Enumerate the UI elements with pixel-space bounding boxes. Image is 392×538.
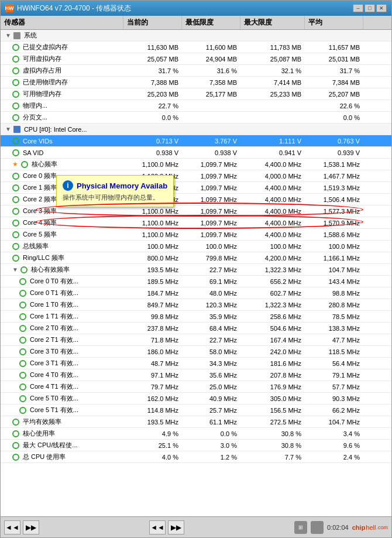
avg-val: 104.7 MHz [305,266,363,274]
table-row[interactable]: 已使用物理内存7,388 MB7,358 MB7,414 MB7,384 MB [1,77,391,88]
row-label: Core 3 T1 有效... [1,358,123,368]
row-label: 可用物理内存 [1,89,123,99]
nav-back-button[interactable]: ◄◄ [4,520,20,534]
current-val: 114.8 MHz [123,406,182,414]
main-window: HW HWiNFO64 v7.20-4700 - 传感器状态 – □ ✕ 传感器… [0,0,392,538]
minimize-button[interactable]: – [353,4,363,12]
avg-val: 280.8 MHz [305,301,363,309]
max-val: 4,400.0 MHz [240,184,305,192]
sensor-status-icon [19,407,26,414]
table-row[interactable]: Core 5 T1 有效...114.8 MHz25.7 MHz156.5 MH… [1,405,391,416]
expand-icon[interactable]: ▼ [12,266,18,273]
table-body[interactable]: ▼系统已提交虚拟内存11,630 MB11,600 MB11,783 MB11,… [1,30,391,516]
current-val: 0.713 V [123,137,182,145]
sensor-status-icon [19,383,26,390]
table-row[interactable]: SA VID0.938 V0.938 V0.941 V0.939 V [1,147,391,159]
table-row[interactable]: Core 0 T0 有效...189.5 MHz69.1 MHz656.2 MH… [1,276,391,287]
window-controls[interactable]: – □ ✕ [353,4,387,12]
sensor-status-icon [12,173,19,180]
row-label: 虚拟内存占用 [1,66,123,76]
sensor-status-icon [12,419,19,426]
table-row[interactable]: 总线频率100.0 MHz100.0 MHz100.0 MHz100.0 MHz [1,241,391,252]
table-row[interactable]: Core 2 T0 有效...237.8 MHz68.4 MHz504.6 MH… [1,323,391,334]
min-val: 34.3 MHz [182,359,240,368]
table-row[interactable]: 核心使用率4.9 %0.0 %30.8 %3.4 % [1,428,391,440]
min-val: 3.767 V [182,137,240,145]
table-row[interactable]: 可用虚拟内存25,057 MB24,904 MB25,087 MB25,031 … [1,53,391,65]
max-val [240,35,305,36]
max-val: 4,200.0 MHz [240,254,305,262]
system-tray-icon: ⊞ [294,521,307,534]
avg-val: 25,207 MB [305,90,363,98]
current-val: 100.0 MHz [123,242,182,251]
current-val: 25.1 % [123,441,182,450]
min-val [182,35,240,36]
avg-val: 2.4 % [305,453,363,461]
nav-next-button[interactable]: ▶▶ [168,520,184,534]
table-row[interactable]: 物理内...22.7 %22.6 % [1,100,391,112]
table-row[interactable]: 虚拟内存占用31.7 %31.6 %32.1 %31.7 % [1,65,391,77]
table-row[interactable]: 可用物理内存25,203 MB25,177 MB25,233 MB25,207 … [1,88,391,100]
min-val: 35.9 MHz [182,313,240,321]
table-row[interactable]: ▼核心有效频率193.5 MHz22.7 MHz1,322.3 MHz104.7… [1,264,391,276]
close-button[interactable]: ✕ [376,4,387,12]
min-val: 1,099.7 MHz [182,207,240,215]
table-row[interactable]: ▼CPU [#0]: Intel Core... [1,124,391,135]
table-row[interactable]: 最大 CPU/线程使...25.1 %3.0 %30.8 %9.6 % [1,440,391,451]
max-val: 305.0 MHz [240,395,305,403]
table-row[interactable]: 总 CPU 使用率4.0 %1.2 %7.7 %2.4 % [1,451,391,463]
table-row[interactable]: Core 5 T0 有效...162.0 MHz40.9 MHz305.0 MH… [1,393,391,405]
table-row[interactable]: Core VIDs0.713 V3.767 V1.111 V0.763 V [1,135,391,147]
info-icon: i [63,180,73,191]
row-label: SA VID [1,149,123,157]
table-row[interactable]: 平均有效频率193.5 MHz61.1 MHz272.5 MHz104.7 MH… [1,416,391,428]
table-row[interactable]: ★核心频率1,100.0 MHz1,099.7 MHz4,400.0 MHz1,… [1,159,391,170]
table-row[interactable]: 已提交虚拟内存11,630 MB11,600 MB11,783 MB11,657… [1,42,391,53]
table-row[interactable]: Core 2 T1 有效...71.8 MHz22.7 MHz167.4 MHz… [1,334,391,346]
current-val [123,35,182,36]
table-row[interactable]: Core 4 T0 有效...97.1 MHz35.6 MHz207.8 MHz… [1,369,391,381]
current-val: 71.8 MHz [123,336,182,344]
min-val: 1,099.7 MHz [182,196,240,204]
sensor-status-icon [12,430,19,437]
table-row[interactable]: Ring/LLC 频率800.0 MHz799.8 MHz4,200.0 MHz… [1,252,391,264]
avg-val [305,129,363,130]
expand-icon[interactable]: ▼ [5,32,11,39]
avg-val: 47.7 MHz [305,336,363,344]
current-val: 1,100.0 MHz [123,231,182,239]
max-val: 4,000.0 MHz [240,172,305,180]
avg-val: 0.939 V [305,149,363,157]
col-avg: 平均 [305,16,363,29]
max-val: 25,233 MB [240,90,305,98]
nav-left[interactable]: ◄◄ ▶▶ [4,520,39,534]
table-row[interactable]: Core 4 频率1,100.0 MHz1,099.7 MHz4,400.0 M… [1,217,391,229]
sensor-status-icon [12,79,19,86]
table-row[interactable]: Core 4 T1 有效...79.7 MHz25.0 MHz176.9 MHz… [1,381,391,393]
maximize-button[interactable]: □ [365,4,375,12]
table-row[interactable]: 分页文...0.0 %0.0 % [1,112,391,124]
table-row[interactable]: Core 1 T1 有效...99.8 MHz35.9 MHz258.6 MHz… [1,311,391,323]
row-label: 分页文... [1,112,123,122]
nav-prev-button[interactable]: ◄◄ [149,520,166,534]
max-val: 207.8 MHz [240,371,305,379]
table-row[interactable]: Core 5 频率1,100.0 MHz1,099.7 MHz4,400.0 M… [1,229,391,241]
table-row[interactable]: Core 0 T1 有效...184.7 MHz48.0 MHz602.7 MH… [1,287,391,299]
table-row[interactable]: ▼系统 [1,30,391,42]
table-row[interactable]: Core 3 T0 有效...186.0 MHz58.0 MHz242.0 MH… [1,346,391,358]
row-label: 最大 CPU/线程使... [1,440,123,450]
nav-center[interactable]: ◄◄ ▶▶ [149,520,184,534]
table-row[interactable]: Core 3 T1 有效...48.7 MHz34.3 MHz181.6 MHz… [1,358,391,369]
min-val: 3.0 % [182,441,240,450]
avg-val: 3.4 % [305,430,363,438]
row-label: 物理内... [1,101,123,111]
expand-icon[interactable]: ▼ [5,126,11,132]
min-val: 69.1 MHz [182,277,240,286]
min-val: 31.6 % [182,67,240,75]
current-val [123,129,182,130]
max-val: 25,087 MB [240,55,305,63]
max-val: 0.941 V [240,149,305,157]
table-row[interactable]: Core 1 T0 有效...849.7 MHz120.3 MHz1,322.3… [1,299,391,311]
min-val: 1,099.7 MHz [182,219,240,227]
table-row[interactable]: Core 3 频率1,100.0 MHz1,099.7 MHz4,400.0 M… [1,205,391,217]
nav-forward-button[interactable]: ▶▶ [23,520,39,534]
